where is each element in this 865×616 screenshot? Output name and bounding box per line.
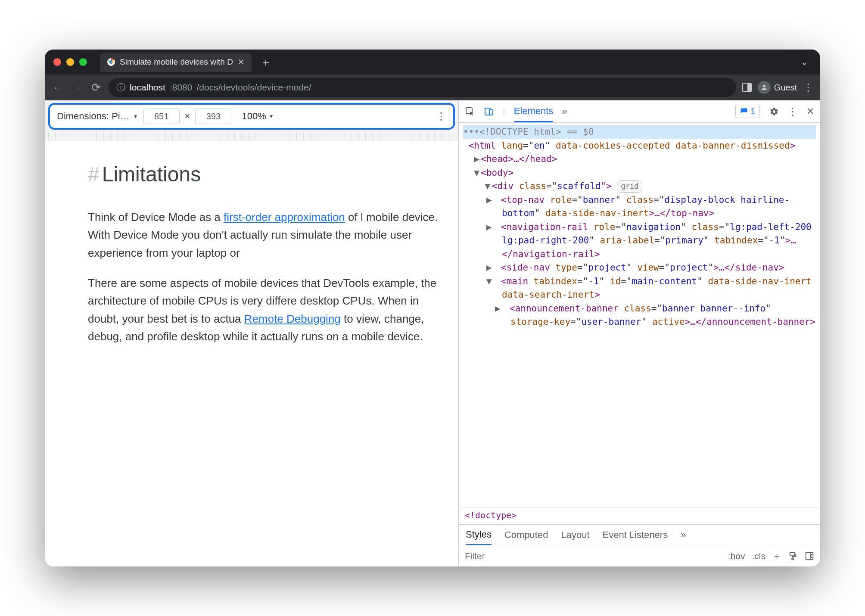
tab-title: Simulate mobile devices with D: [120, 57, 233, 67]
titlebar: Simulate mobile devices with D ✕ ＋ ⌄: [45, 50, 820, 75]
height-input[interactable]: [195, 109, 231, 124]
grid-pill[interactable]: grid: [617, 180, 642, 193]
url-port: :8080: [170, 82, 193, 93]
tab-layout[interactable]: Layout: [561, 529, 589, 541]
styles-filter-bar: :hov .cls ＋: [459, 545, 820, 566]
dimensions-label: Dimensions: Pi…: [57, 111, 130, 122]
tab-styles[interactable]: Styles: [466, 529, 492, 545]
url-field[interactable]: ⓘ localhost:8080/docs/devtools/device-mo…: [109, 78, 736, 97]
dom-doctype[interactable]: •••<!DOCTYPE html> == $0: [463, 125, 816, 139]
zoom-dropdown[interactable]: 100% ▼: [242, 111, 274, 122]
minimize-window-button[interactable]: [66, 58, 74, 66]
maximize-window-button[interactable]: [79, 58, 87, 66]
cls-toggle[interactable]: .cls: [752, 551, 766, 561]
device-toolbar: Dimensions: Pi… ▼ × 100% ▼ ⋮: [48, 103, 455, 130]
info-icon[interactable]: ⓘ: [116, 81, 125, 93]
address-bar: ← → ⟳ ⓘ localhost:8080/docs/devtools/dev…: [45, 75, 820, 100]
inspect-icon[interactable]: [465, 106, 475, 117]
svg-rect-6: [790, 552, 795, 555]
url-host: localhost: [130, 82, 165, 93]
link-first-order[interactable]: first-order approximation: [224, 211, 345, 224]
chevron-down-icon: ▼: [133, 113, 138, 119]
ruler: [48, 132, 455, 141]
side-panel-icon[interactable]: [742, 83, 752, 92]
content-area: Dimensions: Pi… ▼ × 100% ▼ ⋮ #Limitation…: [45, 100, 820, 566]
browser-tab[interactable]: Simulate mobile devices with D ✕: [100, 53, 252, 72]
device-mode-pane: Dimensions: Pi… ▼ × 100% ▼ ⋮ #Limitation…: [45, 100, 458, 566]
tabs-menu-icon[interactable]: ⌄: [801, 57, 808, 67]
dom-body[interactable]: ▼<body>: [463, 166, 816, 180]
chrome-icon: [107, 58, 115, 66]
guest-label: Guest: [774, 83, 797, 93]
svg-rect-8: [806, 552, 813, 560]
paragraph-2: There are some aspects of mobile devices…: [88, 274, 441, 346]
dom-scaffold[interactable]: ▼<div class="scaffold"> grid: [463, 180, 816, 193]
dom-banner[interactable]: ▶<announcement-banner class="banner bann…: [463, 302, 816, 329]
hash-icon: #: [88, 158, 100, 191]
computed-panel-icon[interactable]: [805, 551, 814, 561]
settings-icon[interactable]: [769, 106, 779, 117]
rendered-page: #Limitations Think of Device Mode as a f…: [45, 141, 458, 566]
avatar-icon: [758, 81, 771, 94]
hov-toggle[interactable]: :hov: [728, 551, 745, 561]
profile-button[interactable]: Guest: [758, 81, 797, 94]
paragraph-1: Think of Device Mode as a first-order ap…: [88, 208, 441, 262]
device-toolbar-menu-icon[interactable]: ⋮: [436, 110, 446, 122]
tab-elements[interactable]: Elements: [514, 106, 554, 122]
window-controls: [53, 58, 87, 66]
svg-rect-5: [489, 110, 493, 115]
devtools-tabs: | Elements » 1 ⋮ ✕: [459, 100, 820, 123]
back-button[interactable]: ←: [52, 81, 65, 94]
zoom-label: 100%: [242, 111, 266, 122]
dom-html[interactable]: <html lang="en" data-cookies-accepted da…: [463, 139, 816, 153]
tab-computed[interactable]: Computed: [504, 529, 548, 541]
devtools-panel: | Elements » 1 ⋮ ✕ •••<!DOCTYPE html> ==…: [458, 100, 820, 566]
dimensions-dropdown[interactable]: Dimensions: Pi… ▼: [57, 111, 138, 122]
dom-main[interactable]: ▼<main tabindex="-1" id="main-content" d…: [463, 275, 816, 302]
close-devtools-icon[interactable]: ✕: [806, 106, 814, 117]
new-style-rule-icon[interactable]: ＋: [772, 550, 781, 562]
dom-tree[interactable]: •••<!DOCTYPE html> == $0 <html lang="en"…: [459, 123, 820, 507]
device-toggle-icon[interactable]: [484, 106, 494, 117]
browser-window: Simulate mobile devices with D ✕ ＋ ⌄ ← →…: [45, 50, 820, 566]
paint-icon[interactable]: [788, 551, 798, 561]
svg-point-2: [763, 85, 765, 87]
more-tabs-icon[interactable]: »: [562, 106, 567, 117]
forward-button[interactable]: →: [71, 81, 84, 94]
styles-tabs: Styles Computed Layout Event Listeners »: [459, 524, 820, 545]
dom-top-nav[interactable]: ▶<top-nav role="banner" class="display-b…: [463, 193, 816, 221]
browser-menu-icon[interactable]: ⋮: [803, 81, 813, 93]
dom-side-nav[interactable]: ▶<side-nav type="project" view="project"…: [463, 261, 816, 275]
new-tab-button[interactable]: ＋: [260, 55, 271, 70]
chevron-down-icon: ▼: [269, 113, 274, 119]
more-subtabs-icon[interactable]: »: [681, 529, 686, 541]
filter-input[interactable]: [465, 551, 578, 561]
close-tab-icon[interactable]: ✕: [237, 57, 245, 67]
dom-nav-rail[interactable]: ▶<navigation-rail role="navigation" clas…: [463, 221, 816, 261]
tab-event-listeners[interactable]: Event Listeners: [603, 529, 668, 541]
close-window-button[interactable]: [53, 58, 61, 66]
link-remote-debugging[interactable]: Remote Debugging: [244, 312, 341, 325]
issues-button[interactable]: 1: [735, 105, 760, 118]
issues-count: 1: [750, 106, 755, 116]
issues-icon: [740, 108, 748, 115]
times-label: ×: [185, 111, 190, 122]
width-input[interactable]: [143, 109, 180, 124]
svg-rect-7: [792, 558, 793, 560]
page-heading: #Limitations: [88, 158, 458, 191]
dom-head[interactable]: ▶<head>…</head>: [463, 152, 816, 166]
url-path: /docs/devtools/device-mode/: [196, 82, 311, 93]
breadcrumb[interactable]: <!doctype>: [459, 507, 820, 524]
reload-button[interactable]: ⟳: [90, 81, 103, 94]
devtools-menu-icon[interactable]: ⋮: [787, 106, 798, 118]
